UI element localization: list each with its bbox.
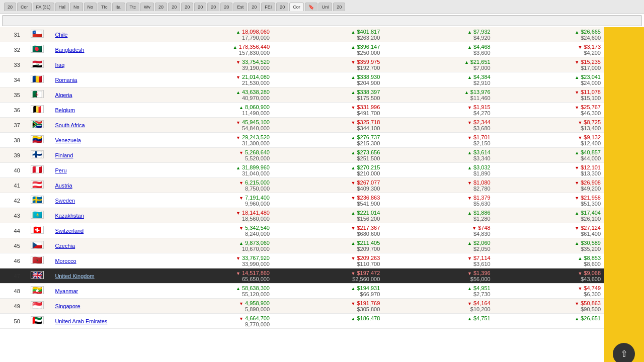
military-cell: $17,404 $26,100: [494, 208, 604, 223]
country-cell[interactable]: Belgium: [52, 103, 162, 118]
tab-9[interactable]: Ttc: [126, 3, 140, 11]
gdp-arrow: [351, 179, 355, 186]
country-cell[interactable]: Switzerland: [52, 223, 162, 238]
tab-14[interactable]: 20: [194, 3, 206, 11]
country-link[interactable]: Kazakhstan: [55, 213, 84, 219]
country-link[interactable]: Myanmar: [55, 288, 78, 294]
tab-12[interactable]: 20: [168, 3, 180, 11]
tab-6[interactable]: No: [84, 3, 97, 11]
country-link[interactable]: Iraq: [55, 62, 64, 68]
mil-current: $40,857: [497, 149, 601, 155]
tab-13[interactable]: 20: [181, 3, 193, 11]
country-cell[interactable]: Romania: [52, 72, 162, 87]
gdp-arrow: [351, 74, 355, 80]
browser-tabs[interactable]: 20 Cor FA (31) Hal No No Ttc Ital Ttc Wv…: [4, 3, 640, 11]
tab-22[interactable]: 🔖: [305, 3, 317, 11]
country-link[interactable]: Bangladesh: [55, 47, 84, 53]
country-link[interactable]: Czechia: [55, 243, 75, 249]
country-cell[interactable]: Chile: [52, 27, 162, 42]
tab-8[interactable]: Ital: [112, 3, 125, 11]
country-link[interactable]: Austria: [55, 183, 72, 189]
country-link[interactable]: Peru: [55, 167, 66, 173]
tab-1[interactable]: 20: [4, 3, 16, 11]
country-link[interactable]: Finland: [55, 152, 73, 158]
gdppc-arrow: [467, 270, 472, 276]
tab-17[interactable]: Est: [233, 3, 247, 11]
gdppc-forecast: $2,910: [386, 80, 490, 86]
tab-10[interactable]: Wv: [140, 3, 154, 11]
country-link[interactable]: Singapore: [55, 303, 80, 309]
country-link[interactable]: Morocco: [55, 258, 76, 264]
tab-2[interactable]: Cor: [17, 3, 32, 11]
mil-current: $26,651: [497, 315, 601, 321]
country-cell[interactable]: Sweden: [52, 193, 162, 208]
country-cell[interactable]: South Africa: [52, 118, 162, 133]
gdppc-cell: $2,060 $2,050: [383, 238, 493, 253]
tab-24[interactable]: 20: [333, 3, 345, 11]
country-cell[interactable]: Algeria: [52, 87, 162, 103]
tab-15[interactable]: 20: [207, 3, 219, 11]
country-cell[interactable]: Morocco: [52, 253, 162, 268]
population-cell: 31,899,960 31,040,000: [163, 163, 273, 178]
country-link[interactable]: Chile: [55, 32, 67, 38]
country-cell[interactable]: Peru: [52, 163, 162, 178]
gdppc-arrow: [467, 300, 472, 306]
pop-arrow: [236, 285, 240, 291]
country-link[interactable]: United Kingdom: [55, 273, 94, 279]
tab-19[interactable]: FEI: [261, 3, 275, 11]
flag-cell: 🇦🇹: [22, 178, 52, 193]
military-cell: $21,958 $51,300: [494, 193, 604, 208]
tab-20[interactable]: 20: [276, 3, 288, 11]
gdp-current: $273,656: [276, 149, 380, 155]
gdp-arrow: [351, 225, 355, 231]
population-cell: 18,141,480 18,560,000: [163, 208, 273, 223]
gdppc-cell: $1,396 $56,000: [383, 268, 493, 284]
gdp-arrow: [351, 164, 355, 170]
country-link[interactable]: Romania: [55, 77, 77, 83]
mil-arrow: [575, 59, 579, 65]
country-link[interactable]: Sweden: [55, 198, 75, 204]
country-cell[interactable]: Kazakhstan: [52, 208, 162, 223]
country-cell[interactable]: Austria: [52, 178, 162, 193]
country-cell[interactable]: Iraq: [52, 57, 162, 72]
tab-3[interactable]: FA (31): [33, 3, 54, 11]
gdp-cell: $209,263 $110,700: [273, 253, 383, 268]
pop-forecast: 10,670,000: [166, 246, 270, 252]
country-cell[interactable]: Singapore: [52, 299, 162, 314]
country-link[interactable]: Belgium: [55, 107, 75, 113]
tab-7[interactable]: Ttc: [98, 3, 111, 11]
country-link[interactable]: Algeria: [55, 92, 72, 98]
content-area[interactable]: 31 🇨🇱 Chile 18,098,060 17,790,000 $401,8…: [0, 27, 604, 362]
country-cell[interactable]: Finland: [52, 148, 162, 163]
country-cell[interactable]: Bangladesh: [52, 42, 162, 57]
country-flag: 🇲🇦: [31, 256, 44, 264]
gdppc-forecast: $4,270: [386, 110, 490, 116]
country-link[interactable]: South Africa: [55, 122, 85, 128]
tab-23[interactable]: Uni: [318, 3, 333, 11]
tab-5[interactable]: No: [70, 3, 83, 11]
scroll-to-top-button[interactable]: ⇧: [613, 343, 635, 362]
tab-4[interactable]: Hal: [55, 3, 69, 11]
country-link[interactable]: Switzerland: [55, 228, 84, 234]
pop-arrow: [236, 89, 240, 95]
country-link[interactable]: United Arab Emirates: [55, 318, 107, 324]
tab-11[interactable]: 20: [155, 3, 167, 11]
rank-cell: 32: [0, 42, 22, 57]
pop-forecast: 31,300,000: [166, 140, 270, 146]
country-cell[interactable]: United Arab Emirates: [52, 314, 162, 329]
tab-18[interactable]: 20: [248, 3, 260, 11]
mil-forecast: $12,400: [497, 140, 601, 146]
gdp-arrow: [351, 210, 355, 216]
country-link[interactable]: Venezuela: [55, 137, 80, 143]
tab-cor[interactable]: Cor: [289, 3, 304, 11]
country-cell[interactable]: Czechia: [52, 238, 162, 253]
country-cell[interactable]: United Kingdom: [52, 268, 162, 284]
country-cell[interactable]: Myanmar: [52, 284, 162, 299]
country-cell[interactable]: Venezuela: [52, 133, 162, 148]
address-bar[interactable]: [2, 15, 642, 26]
tab-16[interactable]: 20: [220, 3, 232, 11]
gdp-cell: $217,367 $680,600: [273, 223, 383, 238]
pop-current: 5,342,540: [166, 225, 270, 231]
gdppc-arrow: [467, 149, 472, 155]
gdp-cell: $236,863 $541,900: [273, 193, 383, 208]
